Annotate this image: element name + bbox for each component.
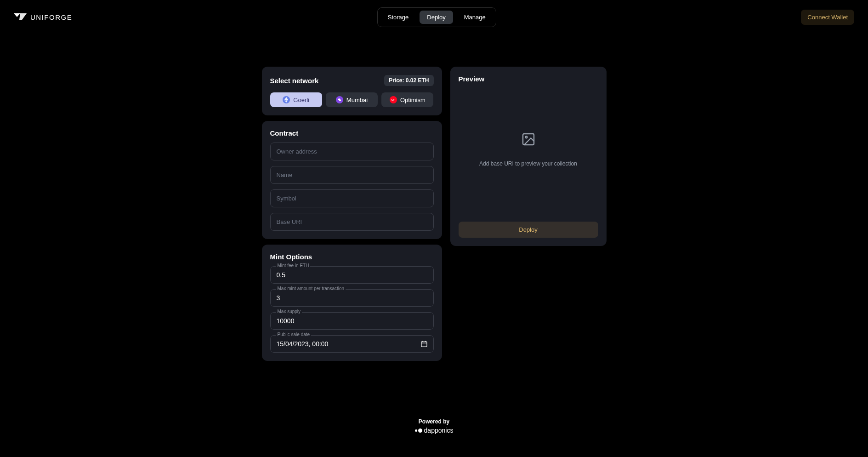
- nav-tab-manage[interactable]: Manage: [457, 11, 493, 24]
- sale-date-input[interactable]: 15/04/2023, 00:00: [270, 335, 434, 353]
- price-badge: Price: 0.02 ETH: [384, 75, 433, 86]
- sale-date-value: 15/04/2023, 00:00: [277, 340, 329, 348]
- dots-icon: [415, 428, 422, 433]
- max-supply-label: Max supply: [276, 309, 302, 314]
- footer-brand-text: dapponics: [424, 427, 454, 434]
- logo[interactable]: UNIFORGE: [14, 13, 72, 22]
- preview-title: Preview: [459, 75, 598, 83]
- mint-options-card: Mint Options Mint fee in ETH Max mint am…: [262, 245, 442, 361]
- logo-text: UNIFORGE: [30, 13, 72, 21]
- ethereum-icon: [283, 96, 290, 103]
- contract-title: Contract: [270, 129, 434, 137]
- contract-card: Contract: [262, 121, 442, 239]
- network-optimism[interactable]: OP Optimism: [381, 92, 433, 107]
- network-optimism-label: Optimism: [400, 97, 425, 103]
- network-goerli[interactable]: Goerli: [270, 92, 322, 107]
- symbol-input[interactable]: [270, 189, 434, 207]
- sale-date-label: Public sale date: [276, 332, 312, 337]
- footer: Powered by dapponics: [415, 418, 454, 434]
- footer-brand-logo[interactable]: dapponics: [415, 427, 454, 434]
- calendar-icon: [421, 341, 427, 347]
- optimism-icon: OP: [390, 96, 397, 103]
- nav-tabs: Storage Deploy Manage: [377, 7, 496, 27]
- select-network-title: Select network: [270, 77, 319, 85]
- svg-text:OP: OP: [391, 98, 396, 101]
- network-goerli-label: Goerli: [293, 97, 309, 103]
- owner-address-input[interactable]: [270, 143, 434, 160]
- name-input[interactable]: [270, 166, 434, 184]
- deploy-button[interactable]: Deploy: [459, 222, 598, 238]
- network-mumbai[interactable]: Mumbai: [326, 92, 378, 107]
- select-network-card: Select network Price: 0.02 ETH Goerli: [262, 67, 442, 115]
- footer-powered-by: Powered by: [419, 418, 449, 425]
- mint-fee-label: Mint fee in ETH: [276, 263, 311, 268]
- nav-tab-storage[interactable]: Storage: [380, 11, 416, 24]
- image-placeholder-icon: [521, 132, 536, 147]
- preview-card: Preview Add base URI to preview your col…: [450, 67, 607, 246]
- svg-point-6: [525, 136, 527, 138]
- max-mint-input[interactable]: [270, 289, 434, 307]
- max-mint-label: Max mint amount per transaction: [276, 286, 346, 291]
- max-supply-input[interactable]: [270, 312, 434, 330]
- mint-fee-input[interactable]: [270, 266, 434, 284]
- polygon-icon: [336, 96, 343, 103]
- network-mumbai-label: Mumbai: [346, 97, 368, 103]
- mint-options-title: Mint Options: [270, 253, 434, 261]
- preview-empty-text: Add base URI to preview your collection: [479, 160, 577, 167]
- connect-wallet-button[interactable]: Connect Wallet: [801, 10, 854, 25]
- base-uri-input[interactable]: [270, 213, 434, 231]
- nav-tab-deploy[interactable]: Deploy: [420, 11, 453, 24]
- logo-icon: [14, 13, 27, 22]
- svg-rect-1: [421, 342, 427, 347]
